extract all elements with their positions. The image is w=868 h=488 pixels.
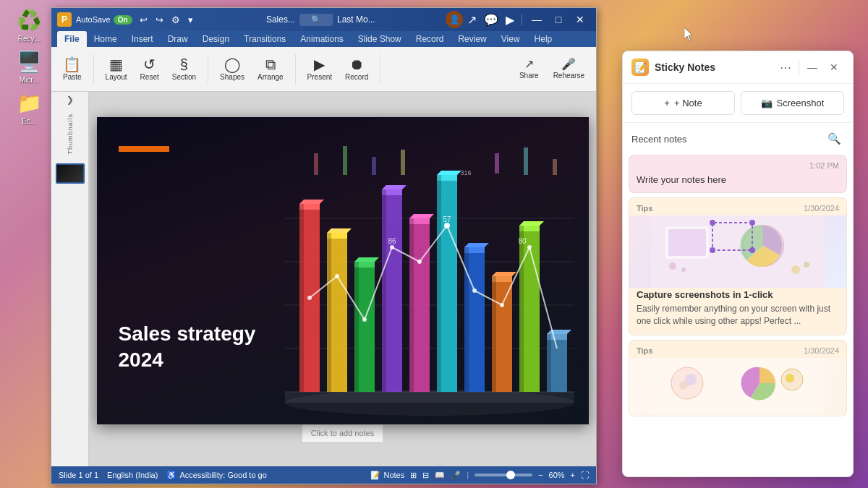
svg-text:57: 57 (443, 215, 451, 223)
note-2-title: Capture screenshots in 1-click (637, 289, 773, 300)
tab-help[interactable]: Help (527, 31, 560, 47)
last-modified-label: Last Mo... (337, 14, 375, 25)
view-reading-button[interactable]: 📖 (435, 471, 445, 480)
layout-button[interactable]: ▦ Layout (100, 54, 133, 84)
svg-point-73 (749, 220, 755, 226)
tab-view[interactable]: View (494, 31, 527, 47)
profile-avatar[interactable]: 👤 (446, 11, 463, 28)
tab-transitions[interactable]: Transitions (237, 31, 293, 47)
sticky-window-buttons: — ✕ (802, 57, 844, 77)
tab-slideshow[interactable]: Slide Show (351, 31, 409, 47)
view-normal-button[interactable]: ⊞ (410, 471, 417, 480)
sticky-close-button[interactable]: ✕ (824, 57, 844, 77)
maximize-button[interactable]: □ (548, 9, 569, 30)
edge-icon[interactable]: 📁 Ec... (7, 90, 51, 125)
tab-file[interactable]: File (57, 31, 87, 47)
undo-button[interactable]: ↩ (137, 13, 150, 27)
present-ribbon-button[interactable]: 🎤 Rehearse (548, 56, 590, 82)
slide-notes-area[interactable]: Click to add notes (302, 424, 383, 442)
screenshot-button[interactable]: 📷 Screenshot (741, 91, 844, 115)
title-center: Sales... 🔍 Last Mo... (200, 14, 441, 26)
chart-area: 57 86 80 316 (242, 117, 589, 424)
minimize-button[interactable]: — (527, 9, 547, 30)
reset-button[interactable]: ↺ Reset (135, 54, 165, 84)
note-card-3[interactable]: Tips 1/30/2024 (629, 340, 847, 416)
autosave-toggle[interactable]: On (114, 15, 132, 25)
svg-rect-14 (327, 233, 331, 392)
svg-point-79 (804, 262, 809, 267)
paste-button[interactable]: 📋 Paste (57, 54, 88, 84)
tab-design[interactable]: Design (195, 31, 237, 47)
new-note-button[interactable]: + + Note (631, 91, 735, 115)
more-tools-button[interactable]: ▾ (185, 13, 196, 27)
svg-point-74 (710, 247, 715, 253)
svg-point-78 (791, 265, 800, 274)
search-notes-button[interactable]: 🔍 (824, 129, 844, 149)
zoom-slider[interactable] (475, 474, 532, 476)
zoom-minus-button[interactable]: − (538, 471, 542, 479)
present-button[interactable]: ▶ (503, 12, 517, 28)
microsoft-icon[interactable]: 🖥️ Micr... (7, 48, 51, 84)
ppt-main: ❯ Thumbnails Sales strategy (51, 92, 596, 466)
slide-canvas[interactable]: Sales strategy 2024 (97, 117, 589, 424)
zoom-plus-button[interactable]: + (571, 471, 575, 479)
share-ribbon-button[interactable]: ↗ Share (514, 56, 545, 82)
close-button[interactable]: ✕ (570, 9, 590, 30)
arrange-button[interactable]: ⧉ Arrange (252, 54, 289, 84)
filename-label: Sales... (266, 14, 295, 25)
ribbon-tabs: File Home Insert Draw Design Transitions… (51, 31, 596, 47)
note-2-description: Easily remember anything on your screen … (637, 303, 839, 328)
svg-rect-69 (668, 229, 706, 256)
tab-insert[interactable]: Insert (124, 31, 161, 47)
share-button[interactable]: ↗ (464, 12, 480, 28)
svg-text:80: 80 (518, 237, 527, 245)
title-bar-right: 👤 ↗ 💬 ▶ — □ ✕ (446, 9, 590, 30)
notes-button[interactable]: 📝 Notes (370, 471, 404, 480)
svg-marker-21 (382, 185, 407, 189)
slide-title: Sales strategy 2024 (119, 321, 256, 374)
svg-marker-45 (547, 330, 571, 334)
right-ribbon-actions: ↗ Share 🎤 Rehearse (514, 56, 590, 82)
tab-home[interactable]: Home (87, 31, 124, 47)
section-button[interactable]: § Section (166, 54, 202, 84)
svg-rect-26 (409, 218, 414, 392)
svg-rect-66 (553, 159, 557, 175)
search-bar[interactable]: 🔍 (299, 14, 333, 26)
redo-button[interactable]: ↪ (153, 13, 166, 27)
svg-point-47 (307, 296, 312, 300)
svg-rect-30 (437, 175, 441, 392)
svg-text:316: 316 (460, 169, 471, 176)
tab-animations[interactable]: Animations (293, 31, 350, 47)
present-view-button[interactable]: ▶ Present (302, 54, 338, 84)
svg-marker-17 (354, 257, 379, 262)
ppt-title-bar: P AutoSave On ↩ ↪ ⚙ ▾ Sales... 🔍 Last Mo… (51, 8, 596, 31)
note-3-header: Tips 1/30/2024 (629, 341, 846, 358)
slide-thumbnail-1[interactable] (56, 163, 85, 184)
comments-button[interactable]: 💬 (481, 12, 501, 28)
quick-access-button[interactable]: ⚙ (169, 13, 183, 27)
svg-rect-60 (314, 153, 318, 175)
view-presenter-button[interactable]: 🎤 (451, 471, 461, 480)
thumbnail-toggle[interactable]: ❯ (64, 92, 77, 108)
note-2-time: 1/30/2024 (804, 204, 839, 213)
zoom-level: 60% (549, 471, 565, 479)
shapes-button[interactable]: ◯ Shapes (214, 54, 250, 84)
sticky-separator (799, 60, 799, 74)
note-card-1[interactable]: 1:02 PM Write your notes here (629, 155, 847, 193)
sticky-menu-button[interactable]: ⋯ (775, 59, 796, 76)
mouse-cursor (684, 27, 694, 42)
recent-notes-label: Recent notes (631, 134, 824, 145)
svg-point-50 (390, 245, 394, 249)
recycle-bin-icon[interactable]: ♻️ Recy... (7, 7, 51, 43)
sticky-minimize-button[interactable]: — (802, 57, 822, 77)
svg-rect-46 (547, 334, 551, 392)
tab-draw[interactable]: Draw (161, 31, 195, 47)
view-slide-sorter-button[interactable]: ⊟ (422, 471, 429, 480)
ppt-app-icon: P (57, 12, 72, 27)
fit-to-window-button[interactable]: ⛶ (581, 471, 589, 479)
tab-review[interactable]: Review (451, 31, 493, 47)
note-card-2[interactable]: Tips 1/30/2024 (629, 197, 847, 335)
svg-point-48 (335, 274, 339, 278)
record-ribbon-button[interactable]: ⏺ Record (339, 54, 374, 84)
tab-record[interactable]: Record (409, 31, 451, 47)
